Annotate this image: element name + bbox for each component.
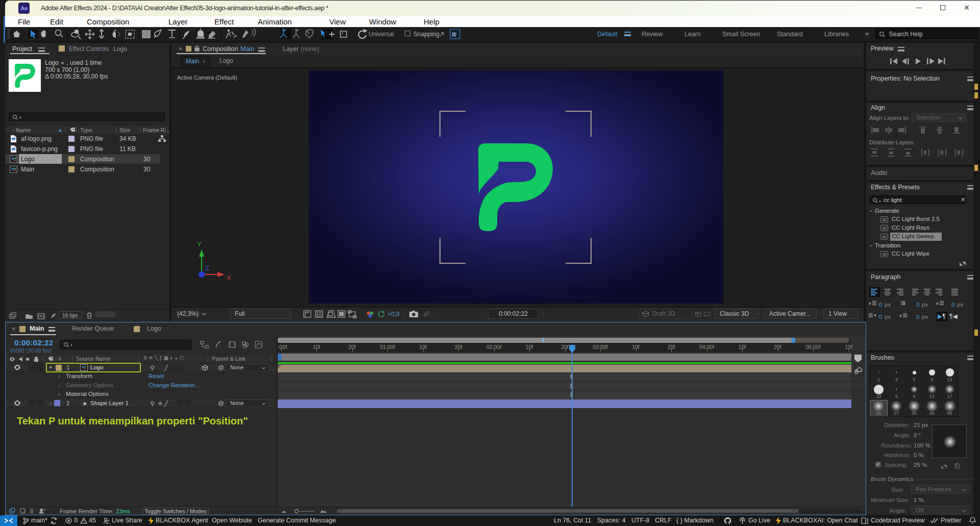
svg-text:Y: Y xyxy=(197,240,202,248)
svg-text:X: X xyxy=(227,274,231,282)
svg-text:Z: Z xyxy=(205,264,209,272)
